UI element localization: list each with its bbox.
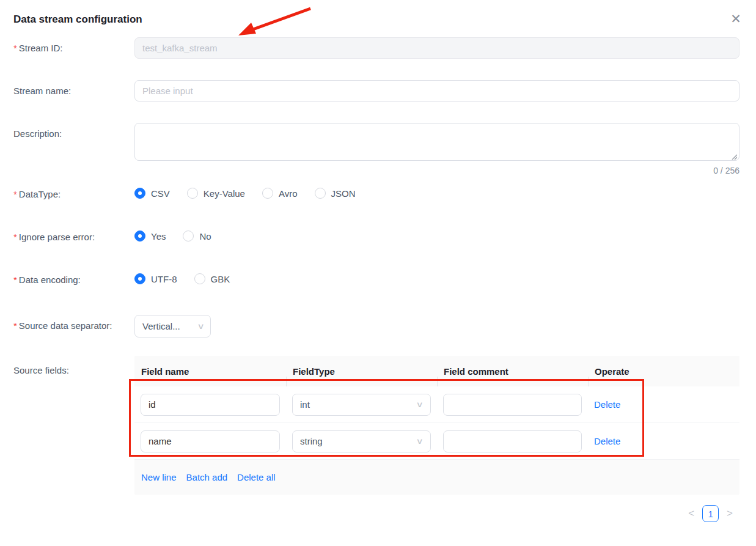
radio-unchecked-icon [262, 188, 273, 199]
batch-add-link[interactable]: Batch add [186, 472, 228, 482]
chevron-down-icon: ∨ [197, 322, 205, 331]
radio-checked-icon [134, 273, 145, 284]
annotation-arrow [231, 4, 317, 40]
required-mark: * [13, 43, 17, 53]
stream-name-label: Stream name: [13, 80, 134, 97]
source-fields-table: Field name FieldType Field comment Opera… [134, 356, 739, 495]
pagination: < 1 > [688, 505, 733, 522]
radio-checked-icon [134, 188, 145, 199]
data-stream-config-modal: Data stream configuration ✕ *Stream ID: … [0, 0, 756, 546]
stream-id-label: *Stream ID: [13, 37, 134, 54]
column-header-operate: Operate [588, 366, 739, 377]
close-icon[interactable]: ✕ [729, 12, 743, 26]
radio-yes[interactable]: Yes [134, 231, 166, 242]
prev-page-icon[interactable]: < [688, 505, 694, 522]
radio-json[interactable]: JSON [315, 188, 356, 199]
description-label: Description: [13, 123, 134, 140]
ignore-parse-error-row: *Ignore parse error: Yes No [13, 229, 739, 245]
page-title: Data stream configuration [13, 13, 142, 26]
page-number-button[interactable]: 1 [702, 505, 719, 522]
data-encoding-label: *Data encoding: [13, 272, 134, 286]
radio-checked-icon [134, 231, 145, 242]
field-type-value: int [300, 399, 310, 410]
table-row: string ∨ Delete [134, 423, 739, 460]
source-fields-label: Source fields: [13, 356, 134, 377]
config-form: *Stream ID: Stream name: Description: [13, 37, 739, 495]
stream-id-row: *Stream ID: [13, 37, 739, 59]
field-type-value: string [300, 436, 323, 446]
data-encoding-radio-group: UTF-8 GBK [134, 272, 739, 284]
char-counter: 0 / 256 [134, 166, 739, 177]
description-textarea[interactable] [134, 123, 739, 161]
ignore-parse-error-radio-group: Yes No [134, 229, 739, 242]
ignore-parse-error-label: *Ignore parse error: [13, 229, 134, 243]
field-type-select[interactable]: string ∨ [292, 430, 431, 452]
radio-key-value[interactable]: Key-Value [187, 188, 245, 199]
resize-handle-icon[interactable] [731, 153, 737, 160]
required-mark: * [13, 320, 17, 331]
description-row: Description: 0 / 256 [13, 123, 739, 177]
stream-id-input[interactable] [134, 37, 739, 59]
source-separator-value: Vertical... [142, 321, 180, 331]
source-fields-row: Source fields: Field name FieldType Fiel… [13, 356, 739, 495]
chevron-down-icon: ∨ [416, 400, 424, 409]
data-type-radio-group: CSV Key-Value Avro JSON [134, 186, 739, 199]
table-footer-actions: New line Batch add Delete all [134, 460, 739, 495]
stream-name-row: Stream name: [13, 80, 739, 101]
source-separator-select[interactable]: Vertical... ∨ [134, 315, 211, 338]
radio-unchecked-icon [187, 188, 198, 199]
radio-avro[interactable]: Avro [262, 188, 298, 199]
table-header: Field name FieldType Field comment Opera… [134, 356, 739, 386]
column-header-field-type: FieldType [286, 366, 437, 377]
radio-unchecked-icon [315, 188, 326, 199]
source-separator-row: *Source data separator: Vertical... ∨ [13, 315, 739, 338]
radio-gbk[interactable]: GBK [194, 273, 230, 284]
required-mark: * [13, 232, 17, 242]
delete-row-link[interactable]: Delete [594, 399, 620, 410]
next-page-icon[interactable]: > [727, 505, 733, 522]
column-header-field-comment: Field comment [437, 366, 588, 377]
data-type-row: *DataType: CSV Key-Value Avro JSON [13, 186, 739, 202]
field-comment-input[interactable] [443, 394, 582, 416]
column-header-field-name: Field name [134, 366, 286, 377]
table-row: int ∨ Delete [134, 386, 739, 423]
field-name-input[interactable] [141, 430, 280, 452]
field-name-input[interactable] [141, 394, 280, 416]
radio-unchecked-icon [183, 231, 194, 242]
new-line-link[interactable]: New line [141, 472, 177, 482]
field-type-select[interactable]: int ∨ [292, 394, 431, 416]
radio-unchecked-icon [194, 273, 205, 284]
data-type-label: *DataType: [13, 186, 134, 201]
chevron-down-icon: ∨ [416, 437, 424, 446]
radio-no[interactable]: No [183, 231, 211, 242]
radio-utf8[interactable]: UTF-8 [134, 273, 177, 284]
stream-name-input[interactable] [134, 80, 739, 101]
data-encoding-row: *Data encoding: UTF-8 GBK [13, 272, 739, 288]
radio-csv[interactable]: CSV [134, 188, 170, 199]
delete-all-link[interactable]: Delete all [237, 472, 276, 482]
source-separator-label: *Source data separator: [13, 315, 134, 332]
required-mark: * [13, 275, 17, 285]
delete-row-link[interactable]: Delete [594, 436, 620, 446]
required-mark: * [13, 189, 17, 199]
field-comment-input[interactable] [443, 430, 582, 452]
